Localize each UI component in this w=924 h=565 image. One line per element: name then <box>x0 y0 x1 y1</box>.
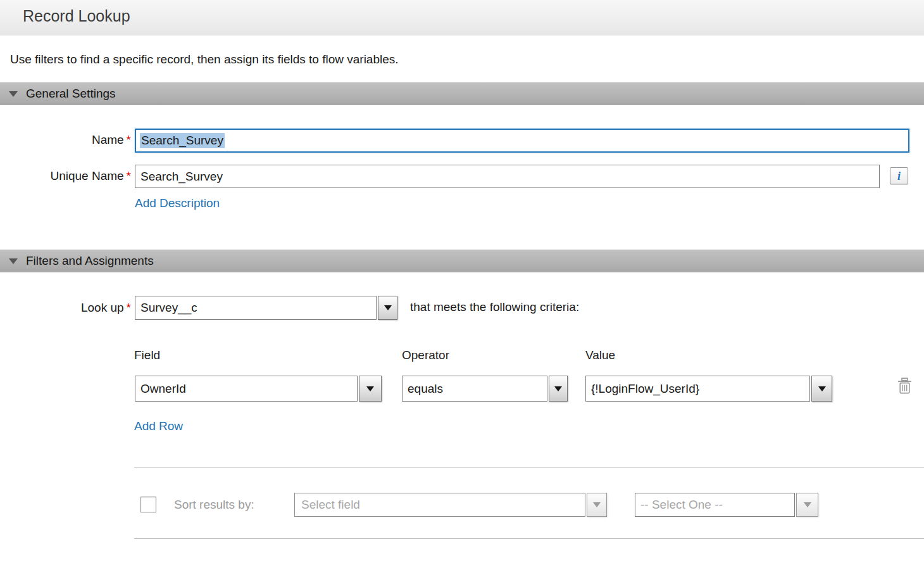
column-header-operator: Operator <box>402 348 449 362</box>
info-icon: i <box>897 170 901 182</box>
filter-field-combobox[interactable]: OwnerId <box>135 376 382 402</box>
name-label: Name* <box>0 133 131 147</box>
divider <box>134 538 924 539</box>
name-input-value: Search_Survey <box>140 133 225 148</box>
name-label-text: Name <box>92 133 124 146</box>
chevron-down-icon <box>554 386 562 391</box>
chevron-down-icon <box>366 386 374 391</box>
unique-name-label-text: Unique Name <box>50 169 123 182</box>
filter-operator-combobox[interactable]: equals <box>402 376 568 402</box>
unique-name-label: Unique Name* <box>0 169 131 183</box>
section-header-general-settings[interactable]: General Settings <box>0 82 924 105</box>
collapse-triangle-icon[interactable] <box>9 258 18 264</box>
record-lookup-dialog: Record Lookup Use filters to find a spec… <box>0 0 924 565</box>
filter-field-dropdown-button[interactable] <box>359 376 382 402</box>
required-asterisk: * <box>127 301 131 314</box>
section-header-filters-assignments[interactable]: Filters and Assignments <box>0 250 924 272</box>
chevron-down-icon <box>818 386 826 391</box>
chevron-down-icon <box>593 502 601 507</box>
required-asterisk: * <box>127 133 131 146</box>
column-header-value: Value <box>585 348 615 362</box>
sort-results-label: Sort results by: <box>174 498 254 512</box>
filter-value-dropdown-button[interactable] <box>811 376 832 402</box>
collapse-triangle-icon[interactable] <box>9 91 18 97</box>
name-input[interactable]: Search_Survey <box>135 129 909 153</box>
add-description-link[interactable]: Add Description <box>135 196 220 210</box>
filter-operator-dropdown-button[interactable] <box>549 376 568 402</box>
section-title-filters: Filters and Assignments <box>26 254 154 268</box>
filter-value-value[interactable]: {!LoginFlow_UserId} <box>585 376 810 402</box>
sort-order-dropdown-button <box>796 493 818 517</box>
lookup-label: Look up* <box>0 301 131 315</box>
criteria-text: that meets the following criteria: <box>410 300 579 314</box>
dialog-title-bar: Record Lookup <box>0 0 924 35</box>
sort-field-combobox <box>294 493 607 517</box>
sort-field-input <box>294 493 585 517</box>
filter-value-combobox[interactable]: {!LoginFlow_UserId} <box>585 376 832 402</box>
lookup-object-value[interactable]: Survey__c <box>135 296 377 320</box>
filter-field-value[interactable]: OwnerId <box>135 376 358 402</box>
add-row-link[interactable]: Add Row <box>134 419 183 433</box>
sort-field-dropdown-button <box>587 493 607 517</box>
trash-icon <box>897 378 912 394</box>
section-title-general: General Settings <box>26 87 116 101</box>
unique-name-input[interactable] <box>135 165 880 188</box>
column-header-field: Field <box>134 348 160 362</box>
chevron-down-icon <box>804 502 811 507</box>
lookup-object-combobox[interactable]: Survey__c <box>135 296 397 320</box>
page-title: Record Lookup <box>23 7 130 25</box>
sort-checkbox[interactable] <box>140 497 156 512</box>
filter-operator-value[interactable]: equals <box>402 376 547 402</box>
lookup-object-dropdown-button[interactable] <box>378 296 397 320</box>
lookup-label-text: Look up <box>81 301 124 314</box>
info-icon-button[interactable]: i <box>890 167 908 184</box>
chevron-down-icon <box>384 305 392 310</box>
divider <box>134 467 924 467</box>
delete-row-button[interactable] <box>897 378 912 396</box>
dialog-description: Use filters to find a specific record, t… <box>10 53 399 67</box>
sort-order-value: -- Select One -- <box>635 493 795 517</box>
sort-order-combobox: -- Select One -- <box>635 493 818 517</box>
required-asterisk: * <box>127 169 131 182</box>
